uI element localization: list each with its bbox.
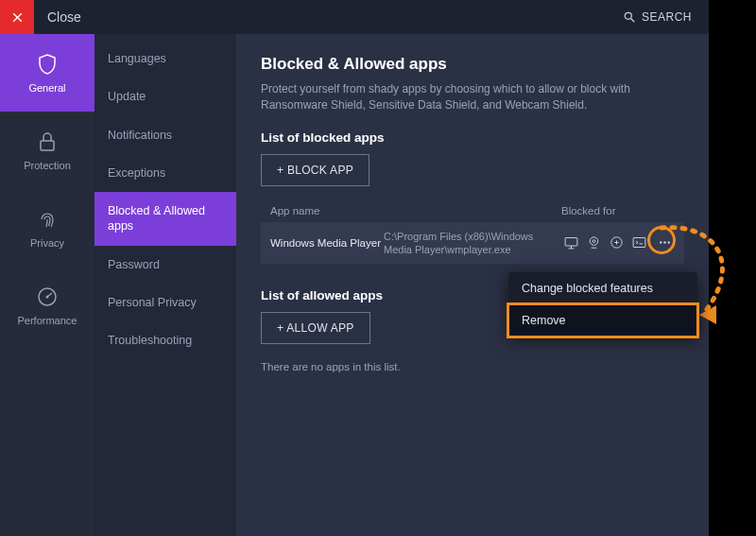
app-path-cell: C:\Program Files (x86)\Windows Media Pla… [384, 230, 563, 257]
nav-privacy[interactable]: Privacy [0, 189, 94, 267]
blocked-table-header: App name Blocked for [261, 199, 684, 222]
svg-point-0 [625, 12, 631, 19]
table-row[interactable]: Windows Media Player C:\Program Files (x… [261, 222, 684, 265]
svg-point-3 [46, 295, 49, 298]
nav-privacy-label: Privacy [30, 237, 64, 249]
subnav-exceptions[interactable]: Exceptions [94, 154, 236, 192]
subnav-languages[interactable]: Languages [94, 40, 236, 78]
nav-general-label: General [28, 82, 65, 94]
subnav-blocked-allowed[interactable]: Blocked & Allowed apps [94, 192, 236, 246]
nav-protection-label: Protection [24, 160, 71, 171]
page-description: Protect yourself from shady apps by choo… [261, 81, 658, 113]
app-window: Close SEARCH General Protection Privacy … [0, 0, 709, 536]
subnav-troubleshooting[interactable]: Troubleshooting [94, 321, 236, 359]
monitor-icon [563, 234, 579, 251]
close-label: Close [47, 9, 81, 25]
app-name-cell: Windows Media Player [270, 237, 384, 249]
svg-point-11 [667, 242, 669, 244]
nav-performance-label: Performance [18, 315, 77, 326]
fingerprint-icon [36, 208, 59, 231]
more-horizontal-icon [657, 234, 673, 251]
search-icon [623, 10, 636, 24]
context-menu: Change blocked features Remove [508, 272, 697, 337]
close-icon [11, 11, 24, 24]
subnav-password[interactable]: Password [94, 246, 236, 284]
secondary-nav: Languages Update Notifications Exception… [94, 34, 236, 536]
search-button[interactable]: SEARCH [623, 10, 692, 24]
webcam-icon [586, 234, 602, 251]
page-title: Blocked & Allowed apps [261, 55, 684, 74]
col-app-name: App name [270, 205, 384, 216]
svg-rect-8 [633, 238, 645, 248]
menu-remove[interactable]: Remove [508, 304, 697, 337]
svg-point-5 [590, 237, 598, 246]
shield-icon [36, 53, 59, 76]
svg-rect-1 [41, 141, 54, 150]
nav-general[interactable]: General [0, 34, 94, 112]
lock-icon [36, 130, 59, 153]
svg-point-9 [660, 242, 662, 244]
close-button[interactable] [0, 0, 34, 34]
subnav-personal-privacy[interactable]: Personal Privacy [94, 284, 236, 321]
blocked-for-icons [563, 233, 675, 253]
svg-point-6 [593, 240, 595, 243]
terminal-icon [631, 234, 647, 251]
allow-app-button[interactable]: + ALLOW APP [261, 312, 370, 344]
more-options-button[interactable] [654, 233, 675, 253]
menu-change-features[interactable]: Change blocked features [508, 272, 697, 304]
nav-protection[interactable]: Protection [0, 112, 94, 189]
col-blocked-for: Blocked for [561, 205, 675, 216]
blocked-heading: List of blocked apps [261, 130, 684, 145]
titlebar: Close SEARCH [0, 0, 709, 34]
subnav-update[interactable]: Update [94, 78, 236, 115]
search-label: SEARCH [642, 10, 692, 24]
svg-rect-4 [565, 238, 577, 246]
gauge-icon [36, 285, 59, 308]
subnav-notifications[interactable]: Notifications [94, 116, 236, 154]
allowed-empty-text: There are no apps in this list. [261, 361, 684, 372]
data-shield-icon [609, 234, 625, 251]
primary-nav: General Protection Privacy Performance [0, 34, 94, 536]
svg-point-10 [663, 242, 665, 244]
block-app-button[interactable]: + BLOCK APP [261, 154, 369, 186]
nav-performance[interactable]: Performance [0, 267, 94, 344]
